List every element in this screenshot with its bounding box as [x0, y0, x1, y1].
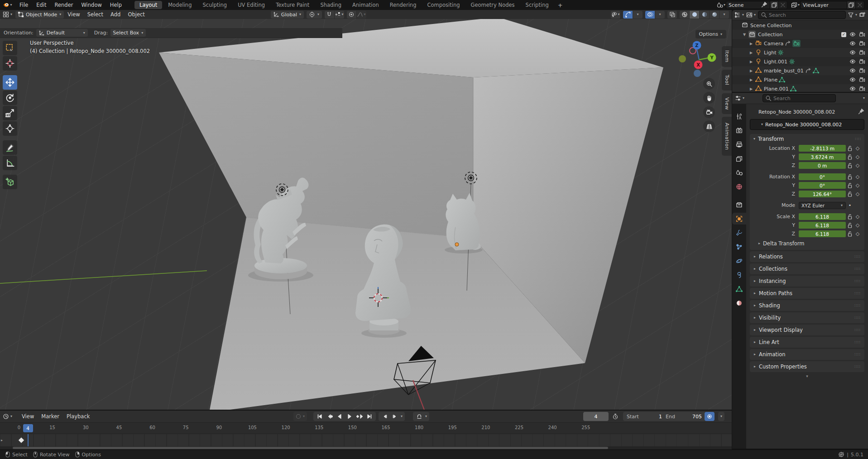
panel-grip[interactable]: ∷∷ — [855, 279, 861, 283]
viewport-canvas[interactable]: Orientation: Default▾ Drag: Select Box▾ … — [0, 19, 732, 410]
properties-tab-material[interactable] — [732, 297, 746, 309]
animate-dot[interactable]: • — [846, 203, 854, 208]
breadcrumb-object-name[interactable]: Retopo_Node 300000_008.002 — [758, 109, 835, 115]
channel-expand-icon[interactable]: ▸ — [1, 438, 3, 442]
playback-sync-button[interactable]: ▾ — [293, 412, 307, 421]
panel-collections[interactable]: ▸Collections∷∷ — [750, 263, 864, 274]
lock-open-icon[interactable] — [847, 214, 853, 220]
drag-dropdown[interactable]: Select Box▾ — [110, 29, 146, 37]
panel-grip[interactable]: ∷∷ — [855, 254, 861, 259]
lock-open-icon[interactable] — [847, 222, 853, 229]
shading-solid-button[interactable] — [689, 11, 699, 19]
properties-tab-data[interactable] — [732, 283, 746, 295]
new-scene-button[interactable] — [770, 1, 779, 9]
gizmos-toggle[interactable] — [623, 11, 633, 19]
outliner-editor-type-button[interactable]: ▾ — [734, 12, 744, 18]
keyframe-diamond-icon[interactable]: ◇ — [854, 182, 862, 188]
value-field[interactable]: 6.118 — [799, 222, 846, 229]
panel-shading[interactable]: ▸Shading∷∷ — [750, 300, 864, 311]
play-button[interactable] — [345, 412, 354, 421]
orientation-dropdown[interactable]: Global▾ — [271, 11, 304, 19]
start-frame-field[interactable]: Start 1 — [623, 412, 666, 421]
shading-rendered-button[interactable] — [709, 11, 719, 19]
jump-to-end-button[interactable] — [365, 412, 374, 421]
chevron-down-icon[interactable]: ▾ — [724, 3, 725, 7]
value-field[interactable]: 0° — [799, 173, 846, 180]
value-field[interactable]: 126.64° — [799, 191, 846, 197]
properties-tab-modifiers[interactable] — [732, 227, 746, 239]
timeline-scrollbar[interactable] — [0, 446, 732, 449]
workspace-tab-texture-paint[interactable]: Texture Paint — [271, 1, 314, 9]
timeline-tracks[interactable]: ▸ — [0, 434, 732, 446]
scene-icon[interactable] — [717, 2, 723, 8]
value-field[interactable]: 3.6724 m — [799, 153, 846, 160]
properties-tab-physics[interactable] — [732, 255, 746, 267]
value-field[interactable]: 0° — [799, 182, 846, 189]
shading-wireframe-button[interactable] — [680, 11, 689, 19]
tool-transform-button[interactable] — [3, 121, 17, 136]
panel-grip[interactable]: ∷∷ — [855, 328, 861, 332]
add-workspace-button[interactable]: + — [554, 2, 566, 9]
pivot-dropdown[interactable]: ▾ — [307, 11, 322, 19]
sidebar-tab-item[interactable]: Item — [722, 46, 732, 67]
overlays-dropdown[interactable]: ▾ — [655, 11, 665, 19]
lock-open-icon[interactable] — [847, 174, 853, 180]
workspace-tab-geometry-nodes[interactable]: Geometry Nodes — [466, 1, 520, 9]
viewport-menu-add[interactable]: Add — [107, 11, 124, 18]
expander-icon[interactable]: ▶ — [748, 69, 754, 73]
panel-instancing[interactable]: ▸Instancing∷∷ — [750, 276, 864, 287]
keyframe-diamond-icon[interactable]: ◇ — [854, 191, 862, 197]
tool-measure-button[interactable] — [3, 156, 17, 170]
properties-tab-scene[interactable] — [732, 167, 746, 178]
viewport-menu-view[interactable]: View — [64, 11, 83, 18]
outliner-filter-button[interactable]: ▾ — [848, 12, 858, 18]
camera-restrict-icon[interactable] — [859, 31, 865, 38]
panel-visibility[interactable]: ▸Visibility∷∷ — [750, 312, 864, 323]
lock-open-icon[interactable] — [847, 231, 853, 237]
tool-move-button[interactable] — [3, 75, 17, 90]
workspace-tab-animation[interactable]: Animation — [347, 1, 384, 9]
snap-settings-dropdown[interactable]: ▾ — [334, 11, 344, 19]
xray-toggle[interactable] — [667, 11, 677, 19]
pan-button[interactable] — [703, 92, 715, 104]
delete-viewlayer-button[interactable] — [856, 1, 864, 9]
value-field[interactable]: 6.118 — [799, 230, 846, 237]
scene-name-field[interactable]: Scene — [726, 1, 770, 9]
orientation-default-dropdown[interactable]: Default▾ — [36, 29, 88, 37]
workspace-tab-rendering[interactable]: Rendering — [385, 1, 422, 9]
panel-grip[interactable]: ∷∷ — [855, 137, 861, 141]
zoom-button[interactable] — [703, 78, 715, 90]
pin-icon[interactable] — [858, 108, 864, 115]
scrollbar-thumb[interactable] — [13, 447, 608, 449]
camera-restrict-icon[interactable] — [859, 49, 865, 56]
panel-relations[interactable]: ▸Relations∷∷ — [750, 251, 864, 262]
keyframe-diamond-icon[interactable]: ◇ — [854, 163, 862, 168]
gizmos-dropdown[interactable]: ▾ — [633, 11, 643, 19]
properties-tab-render[interactable] — [732, 124, 746, 136]
outliner-row-marble-bust-01[interactable]: ▶marble_bust_01 — [732, 66, 868, 75]
expander-icon[interactable]: ▼ — [742, 33, 747, 37]
snap-playhead-button[interactable] — [415, 412, 424, 421]
keyframe-diamond-icon[interactable]: ◇ — [854, 145, 862, 151]
lock-open-icon[interactable] — [847, 163, 853, 169]
shading-material-button[interactable] — [699, 11, 709, 19]
end-frame-field[interactable]: End 705 — [662, 412, 705, 421]
tool-select-box-button[interactable] — [3, 41, 17, 55]
outliner-row-light-001[interactable]: ▶Light.001 — [732, 57, 868, 66]
expander-icon[interactable]: ▶ — [748, 42, 754, 46]
timeline-ruler[interactable]: 0153045607590105120135150165180195210225… — [0, 423, 732, 434]
delete-scene-button[interactable] — [779, 1, 787, 9]
menu-render[interactable]: Render — [51, 0, 77, 10]
outliner-display-mode[interactable]: ▾ — [746, 12, 756, 18]
sidebar-tab-tool[interactable]: Tool — [722, 70, 732, 91]
hide-eye-icon[interactable] — [849, 31, 856, 38]
panel-grip[interactable]: ∷∷ — [855, 340, 861, 344]
chevron-down-icon[interactable]: ▾ — [798, 3, 800, 7]
timeline-menu-view[interactable]: View — [18, 413, 38, 420]
camera-restrict-icon[interactable] — [859, 58, 865, 65]
axis-gizmo[interactable]: Z Y X — [678, 36, 721, 86]
frame-back-button[interactable] — [380, 412, 389, 421]
workspace-tab-sculpting[interactable]: Sculpting — [197, 1, 232, 9]
panel-grip[interactable]: ∷∷ — [855, 303, 861, 308]
editor-type-button[interactable]: ▾ — [0, 11, 15, 18]
